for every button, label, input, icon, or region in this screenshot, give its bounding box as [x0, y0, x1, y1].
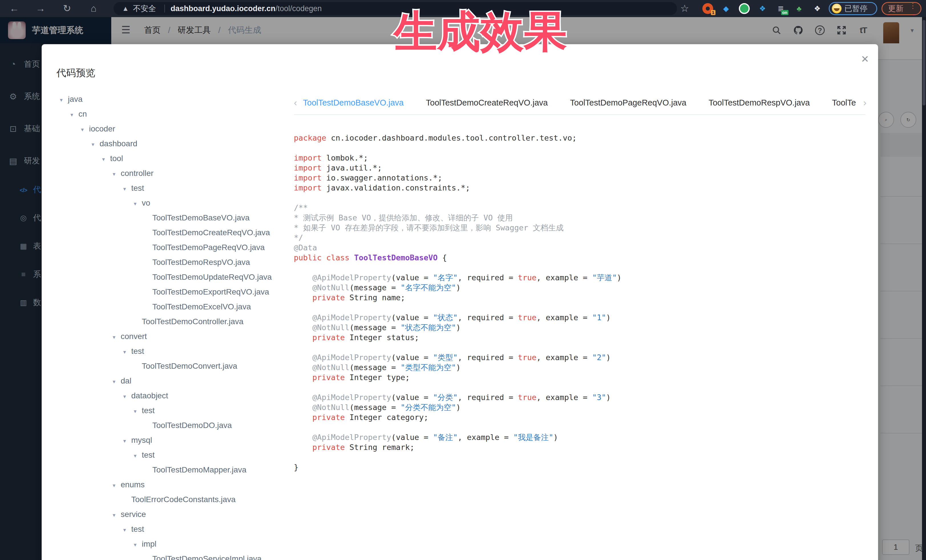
caret-down-icon[interactable]: ▾ [134, 537, 142, 552]
tree-file[interactable]: ToolTestDemoDO.java [42, 418, 290, 433]
caret-down-icon[interactable]: ▾ [60, 93, 68, 107]
tab-bar: ‹ ToolTestDemoBaseVO.javaToolTestDemoCre… [294, 94, 866, 111]
tree-folder[interactable]: ▾vo [42, 196, 290, 210]
code-line: @ApiModelProperty(value = "状态", required… [294, 312, 870, 323]
tree-node-label: java [68, 95, 82, 104]
bookmark-star-icon[interactable]: ☆ [678, 0, 691, 17]
code-preview-modal: 代码预览 ✕ ▾java▾cn▾iocoder▾dashboard▾tool▾c… [42, 44, 878, 560]
code-line: @ApiModelProperty(value = "分类", required… [294, 392, 870, 402]
caret-down-icon[interactable]: ▾ [92, 137, 100, 152]
caret-down-icon[interactable]: ▾ [81, 122, 89, 137]
caret-down-icon[interactable]: ▾ [113, 508, 121, 523]
code-line: @ApiModelProperty(value = "名字", required… [294, 273, 870, 282]
sprout-extension-icon[interactable]: ♣ [794, 3, 805, 14]
security-warning-label[interactable]: 不安全 [133, 2, 156, 15]
tree-folder[interactable]: ▾test [42, 448, 290, 462]
tree-folder[interactable]: ▾iocoder [42, 121, 290, 136]
code-line [294, 343, 870, 352]
url-path: /tool/codegen [275, 4, 322, 13]
tree-folder[interactable]: ▾enums [42, 477, 290, 492]
tree-folder[interactable]: ▾java [42, 92, 290, 107]
tree-file[interactable]: ToolTestDemoRespVO.java [42, 255, 290, 270]
tree-file[interactable]: ToolTestDemoExportReqVO.java [42, 285, 290, 299]
code-line: @NotNull(message = "分类不能为空") [294, 402, 870, 412]
caret-down-icon[interactable]: ▾ [113, 374, 121, 389]
code-line [294, 452, 870, 462]
code-file-tab[interactable]: ToolTe [832, 94, 856, 111]
tree-folder[interactable]: ▾dal [42, 374, 290, 388]
tree-file[interactable]: ToolErrorCodeConstants.java [42, 492, 290, 507]
tree-folder[interactable]: ▾cn [42, 107, 290, 121]
tree-node-label: tool [110, 154, 123, 163]
tree-folder[interactable]: ▾impl [42, 537, 290, 551]
code-line [294, 193, 870, 203]
annotation-text: 生成效果 [394, 3, 567, 61]
caret-down-icon[interactable]: ▾ [134, 404, 142, 419]
tree-file[interactable]: ToolTestDemoBaseVO.java [42, 210, 290, 225]
close-icon[interactable]: ✕ [858, 52, 872, 66]
green-circle-extension-icon[interactable] [739, 3, 750, 14]
caret-down-icon[interactable]: ▾ [123, 523, 131, 537]
profile-paused-badge[interactable]: 已暂停 [829, 2, 877, 15]
browser-scrollbar[interactable] [922, 17, 926, 560]
tabs-scroll-right-icon[interactable]: › [863, 97, 866, 108]
tree-file[interactable]: ToolTestDemoCreateReqVO.java [42, 225, 290, 240]
diamond-grid-extension-icon[interactable]: ❖ [757, 3, 768, 14]
tree-node-label: ToolErrorCodeConstants.java [131, 495, 236, 504]
tree-folder[interactable]: ▾test [42, 181, 290, 196]
tree-folder[interactable]: ▾convert [42, 329, 290, 344]
caret-down-icon[interactable]: ▾ [70, 107, 79, 122]
tab-underline [294, 114, 865, 115]
tree-folder[interactable]: ▾mysql [42, 433, 290, 448]
caret-down-icon[interactable]: ▾ [123, 182, 131, 196]
caret-down-icon[interactable]: ▾ [123, 345, 131, 359]
code-line: public class ToolTestDemoBaseVO { [294, 253, 870, 263]
caret-down-icon[interactable]: ▾ [113, 478, 121, 493]
tree-folder[interactable]: ▾dashboard [42, 136, 290, 151]
back-icon[interactable]: ← [6, 0, 23, 17]
tree-node-label: test [142, 450, 154, 459]
code-line: } [294, 462, 870, 472]
blue-drop-extension-icon[interactable]: ◆ [720, 3, 731, 14]
menu-dots-icon[interactable]: ⋮ [909, 4, 917, 8]
tree-folder[interactable]: ▾test [42, 403, 290, 418]
tree-file[interactable]: ToolTestDemoController.java [42, 314, 290, 329]
caret-down-icon[interactable]: ▾ [113, 330, 121, 345]
home-icon[interactable]: ⌂ [85, 0, 102, 17]
caret-down-icon[interactable]: ▾ [102, 152, 110, 167]
tree-file[interactable]: ToolTestDemoMapper.java [42, 462, 290, 477]
caret-down-icon[interactable]: ▾ [123, 434, 131, 448]
update-label: 更新 [888, 3, 903, 14]
tree-folder[interactable]: ▾test [42, 522, 290, 537]
code-file-tab[interactable]: ToolTestDemoCreateReqVO.java [426, 94, 548, 111]
caret-down-icon[interactable]: ▾ [123, 389, 131, 404]
code-file-tab[interactable]: ToolTestDemoPageReqVO.java [570, 94, 686, 111]
update-button[interactable]: 更新 ⋮ [882, 2, 921, 15]
tree-folder[interactable]: ▾controller [42, 166, 290, 181]
reload-icon[interactable]: ↻ [59, 0, 76, 17]
tabs-scroll-left-icon[interactable]: ‹ [294, 97, 297, 108]
puzzle-extension-icon[interactable]: ❖ [812, 3, 823, 14]
tree-node-label: ToolTestDemoController.java [142, 317, 244, 326]
tree-folder[interactable]: ▾tool [42, 151, 290, 166]
forward-icon[interactable]: → [32, 0, 49, 17]
tree-folder[interactable]: ▾dataobject [42, 388, 290, 403]
code-line [294, 143, 870, 153]
tree-file[interactable]: ToolTestDemoServiceImpl.java [42, 551, 290, 560]
tree-folder[interactable]: ▾test [42, 344, 290, 359]
caret-down-icon[interactable]: ▾ [134, 196, 142, 211]
list-extension-icon[interactable]: ≣on [775, 3, 786, 14]
code-file-tab[interactable]: ToolTestDemoRespVO.java [709, 94, 810, 111]
scrollbar-thumb[interactable] [923, 20, 925, 106]
tree-folder[interactable]: ▾service [42, 507, 290, 522]
code-file-tab[interactable]: ToolTestDemoBaseVO.java [303, 94, 404, 111]
tree-file[interactable]: ToolTestDemoUpdateReqVO.java [42, 270, 290, 285]
extension-badge: 1 [711, 10, 716, 15]
caret-down-icon[interactable]: ▾ [134, 448, 142, 463]
tree-file[interactable]: ToolTestDemoExcelVO.java [42, 299, 290, 314]
tree-file[interactable]: ToolTestDemoConvert.java [42, 359, 290, 374]
tree-file[interactable]: ToolTestDemoPageReqVO.java [42, 240, 290, 255]
caret-down-icon[interactable]: ▾ [113, 167, 121, 182]
code-line: import io.swagger.annotations.*; [294, 173, 870, 183]
ubuntu-extension-icon[interactable]: 1 [702, 3, 713, 14]
